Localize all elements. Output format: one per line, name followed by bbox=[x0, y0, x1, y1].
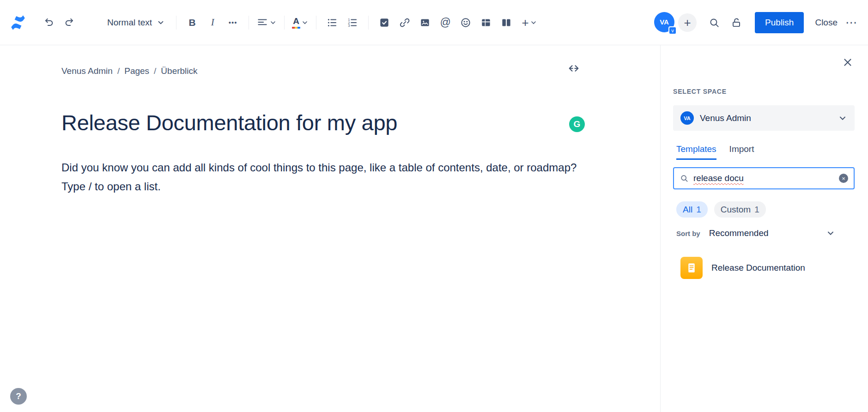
filter-chip-custom[interactable]: Custom 1 bbox=[714, 201, 766, 218]
invite-plus-icon: + bbox=[684, 17, 691, 29]
mention-button[interactable]: @ bbox=[436, 13, 455, 32]
more-menu-button[interactable]: ⋯ bbox=[842, 13, 861, 32]
undo-icon bbox=[43, 17, 55, 29]
confluence-logo[interactable] bbox=[8, 13, 28, 32]
search-icon bbox=[680, 174, 689, 183]
chevron-down-icon bbox=[301, 19, 309, 26]
more-menu-icon: ⋯ bbox=[845, 16, 857, 29]
search-clear-button[interactable]: × bbox=[839, 174, 848, 183]
space-selector-dropdown[interactable]: VA Venus Admin bbox=[673, 105, 855, 131]
invite-collaborator-button[interactable]: + bbox=[678, 13, 697, 32]
unlock-icon bbox=[730, 17, 742, 29]
toolbar-separator bbox=[176, 16, 176, 30]
text-style-label: Normal text bbox=[107, 18, 152, 28]
italic-button[interactable]: I bbox=[203, 13, 222, 32]
filter-chips: All 1 Custom 1 bbox=[676, 201, 766, 218]
redo-icon bbox=[63, 17, 75, 29]
tab-templates[interactable]: Templates bbox=[676, 144, 716, 160]
chevron-down-icon bbox=[157, 18, 165, 27]
text-color-dropdown[interactable]: A bbox=[291, 13, 310, 32]
breadcrumb: Venus Admin / Pages / Überblick bbox=[61, 66, 198, 76]
link-button[interactable] bbox=[395, 13, 414, 32]
breadcrumb-separator: / bbox=[117, 66, 120, 76]
chevron-down-icon bbox=[838, 114, 847, 123]
toolbar-separator bbox=[284, 16, 285, 30]
breadcrumb-pages-link[interactable]: Pages bbox=[124, 66, 149, 76]
body-line-2: Type / to open a list. bbox=[61, 177, 577, 196]
restrictions-button[interactable] bbox=[727, 13, 746, 32]
space-name: Venus Admin bbox=[700, 113, 751, 123]
align-left-icon bbox=[256, 17, 268, 29]
page-body[interactable]: Did you know you can add all kinds of co… bbox=[61, 158, 577, 196]
sort-row: Sort by Recommended bbox=[676, 228, 835, 238]
panel-divider bbox=[660, 45, 661, 412]
numbered-list-button[interactable]: 123 bbox=[343, 13, 362, 32]
text-color-icon: A bbox=[292, 17, 300, 29]
document-icon bbox=[685, 261, 698, 275]
publish-button[interactable]: Publish bbox=[755, 12, 804, 33]
insert-image-button[interactable] bbox=[416, 13, 434, 32]
close-icon bbox=[842, 56, 854, 68]
space-avatar: VA bbox=[680, 111, 694, 125]
breadcrumb-overview-link[interactable]: Überblick bbox=[161, 66, 197, 76]
bullet-list-icon bbox=[326, 17, 338, 29]
italic-glyph: I bbox=[211, 17, 214, 28]
page-title[interactable]: Release Documentation for my app bbox=[61, 110, 570, 135]
bullet-list-button[interactable] bbox=[323, 13, 341, 32]
link-icon bbox=[399, 17, 411, 29]
filter-all-label: All bbox=[683, 205, 692, 215]
close-button[interactable]: Close bbox=[810, 14, 842, 31]
confluence-logo-icon bbox=[9, 14, 27, 31]
user-avatar[interactable]: VA v bbox=[654, 12, 675, 33]
help-button[interactable]: ? bbox=[10, 388, 27, 405]
search-input-value: release docu bbox=[693, 173, 744, 183]
alignment-dropdown[interactable] bbox=[255, 13, 278, 32]
filter-custom-count: 1 bbox=[754, 205, 759, 215]
panel-close-button[interactable] bbox=[842, 56, 854, 70]
emoji-button[interactable] bbox=[456, 13, 475, 32]
sort-dropdown[interactable]: Recommended bbox=[709, 228, 769, 238]
emoji-icon bbox=[460, 17, 472, 29]
toolbar-separator bbox=[316, 16, 316, 30]
chevron-down-icon bbox=[530, 19, 537, 26]
more-formatting-button[interactable]: ••• bbox=[224, 13, 242, 32]
task-list-button[interactable] bbox=[375, 13, 394, 32]
page-width-toggle-button[interactable] bbox=[567, 62, 580, 76]
filter-chip-all[interactable]: All 1 bbox=[676, 201, 708, 218]
table-icon bbox=[480, 17, 492, 29]
mention-icon: @ bbox=[440, 16, 450, 29]
filter-custom-label: Custom bbox=[721, 205, 751, 215]
panel-tabs: Templates Import bbox=[676, 144, 754, 160]
insert-more-dropdown[interactable]: + bbox=[520, 13, 539, 32]
bold-glyph: B bbox=[189, 17, 196, 28]
svg-text:3: 3 bbox=[348, 24, 350, 28]
chevron-down-icon bbox=[269, 19, 277, 26]
more-formatting-glyph: ••• bbox=[229, 18, 237, 26]
template-search-input[interactable]: release docu × bbox=[673, 167, 855, 189]
toolbar-separator bbox=[249, 16, 249, 30]
insert-table-button[interactable] bbox=[477, 13, 495, 32]
text-style-dropdown[interactable]: Normal text bbox=[103, 13, 170, 32]
template-list-item[interactable]: Release Documentation bbox=[680, 257, 805, 279]
body-line-1: Did you know you can add all kinds of co… bbox=[61, 158, 577, 177]
grammarly-icon[interactable]: G bbox=[569, 116, 585, 132]
bold-button[interactable]: B bbox=[183, 13, 201, 32]
breadcrumb-separator: / bbox=[154, 66, 156, 76]
select-space-label: SELECT SPACE bbox=[673, 88, 727, 95]
undo-button[interactable] bbox=[40, 13, 58, 32]
redo-button[interactable] bbox=[60, 13, 79, 32]
chevron-down-icon bbox=[826, 229, 835, 238]
tab-import[interactable]: Import bbox=[729, 144, 754, 160]
layouts-button[interactable] bbox=[497, 13, 516, 32]
avatar-badge: v bbox=[668, 26, 677, 35]
breadcrumb-space-link[interactable]: Venus Admin bbox=[61, 66, 113, 76]
template-document-icon bbox=[680, 257, 703, 279]
toolbar-separator bbox=[368, 16, 369, 30]
expand-width-icon bbox=[567, 62, 580, 75]
search-button[interactable] bbox=[705, 13, 723, 32]
text-color-letter: A bbox=[293, 17, 299, 25]
layout-columns-icon bbox=[500, 17, 512, 29]
toolbar-right-cluster: VA v + Publish Close ⋯ bbox=[654, 12, 861, 33]
template-name: Release Documentation bbox=[711, 263, 805, 273]
numbered-list-icon: 123 bbox=[346, 17, 358, 29]
